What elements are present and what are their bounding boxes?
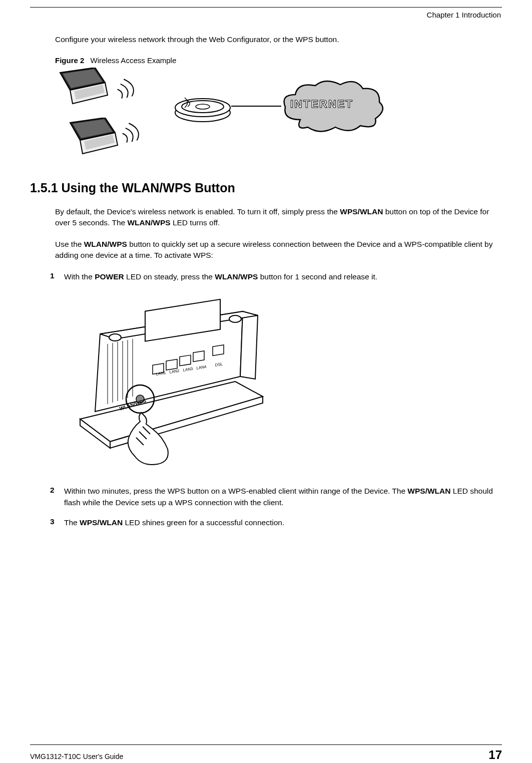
text-fragment: Within two minutes, press the WPS button…	[64, 487, 407, 495]
document-page: Chapter 1 Introduction Configure your wi…	[0, 7, 532, 763]
text-fragment: The	[64, 518, 80, 527]
svg-rect-24	[193, 351, 204, 361]
step-text: The WPS/WLAN LED shines green for a succ…	[64, 517, 501, 528]
page-content: Configure your wireless network through …	[55, 34, 501, 528]
svg-rect-22	[166, 359, 177, 370]
header-rule	[30, 7, 502, 8]
footer-guide-name: VMG1312-T10C User's Guide	[30, 752, 123, 760]
step-number: 1	[50, 271, 64, 282]
step-text: Within two minutes, press the WPS button…	[64, 486, 501, 508]
bold-term: WPS/WLAN	[80, 518, 123, 527]
step-item: 3 The WPS/WLAN LED shines green for a su…	[50, 517, 501, 528]
text-fragment: button for 1 second and release it.	[258, 272, 377, 281]
wifi-signal-icon	[117, 117, 147, 146]
router-icon	[173, 93, 233, 123]
step-number: 3	[50, 517, 64, 528]
figure-caption: Figure 2 Wireless Access Example	[55, 56, 501, 65]
footer-row: VMG1312-T10C User's Guide 17	[30, 748, 502, 762]
bold-term: POWER	[95, 272, 124, 281]
svg-rect-23	[180, 355, 191, 365]
bold-term: WLAN/WPS	[127, 218, 170, 227]
svg-point-19	[109, 334, 121, 341]
paragraph: By default, the Device's wireless networ…	[55, 206, 501, 229]
bold-term: WPS/WLAN	[340, 207, 383, 216]
text-fragment: With the	[64, 272, 95, 281]
svg-rect-25	[213, 345, 224, 355]
text-fragment: LED on steady, press the	[124, 272, 215, 281]
laptop-icon	[65, 118, 120, 158]
page-footer: VMG1312-T10C User's Guide 17	[30, 740, 502, 762]
bold-term: WLAN/WPS	[84, 240, 127, 248]
text-fragment: Use the	[55, 240, 84, 248]
paragraph: Use the WLAN/WPS button to quickly set u…	[55, 239, 501, 261]
connection-line	[231, 106, 281, 107]
internet-cloud-label: INTERNET	[290, 98, 353, 111]
bold-term: WLAN/WPS	[215, 272, 258, 281]
device-button-figure: LAN1 LAN2 LAN3 LAN4 DSL WLAN/WPS	[65, 291, 275, 472]
text-fragment: LED shines green for a successful connec…	[123, 518, 284, 527]
bold-term: WPS/WLAN	[407, 487, 450, 495]
footer-rule	[30, 744, 502, 745]
text-fragment: LED turns off.	[171, 218, 220, 227]
footer-page-number: 17	[488, 748, 502, 762]
step-text: With the POWER LED on steady, press the …	[64, 271, 501, 282]
wifi-signal-icon	[112, 73, 142, 102]
laptop-icon	[55, 68, 110, 108]
step-item: 2 Within two minutes, press the WPS butt…	[50, 486, 501, 508]
figure-label-bold: Figure 2	[55, 56, 84, 65]
chapter-header: Chapter 1 Introduction	[0, 11, 501, 19]
text-fragment: By default, the Device's wireless networ…	[55, 207, 340, 216]
intro-paragraph: Configure your wireless network through …	[55, 34, 501, 45]
svg-point-11	[196, 104, 210, 109]
svg-point-20	[229, 315, 241, 322]
section-heading: 1.5.1 Using the WLAN/WPS Button	[30, 181, 501, 195]
step-number: 2	[50, 486, 64, 508]
figure-label-text: Wireless Access Example	[91, 56, 177, 65]
wireless-access-figure: INTERNET	[55, 68, 375, 163]
step-item: 1 With the POWER LED on steady, press th…	[50, 271, 501, 282]
